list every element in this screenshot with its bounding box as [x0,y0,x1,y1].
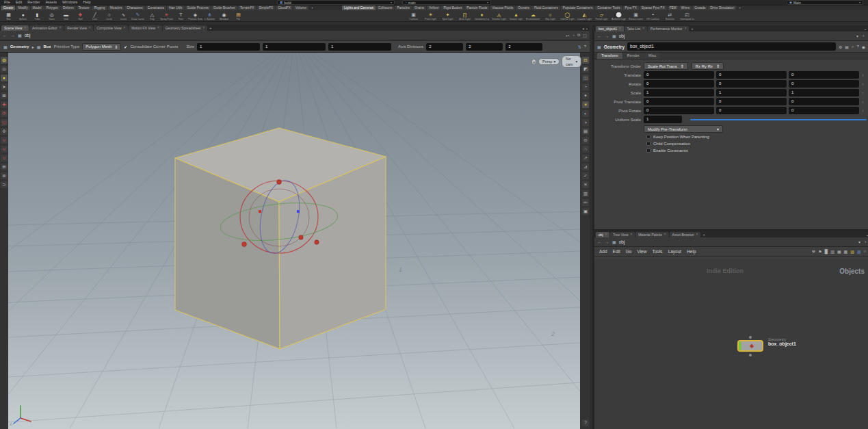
pivot-rotate-x-field[interactable]: 0 [644,107,714,114]
shadows-icon[interactable]: ▤ [582,128,589,135]
help-icon[interactable]: ? [856,44,858,49]
node-name-field[interactable]: box_object1 [627,42,836,51]
display-hulls-icon[interactable]: ✓ [582,172,589,179]
tool-caustic-light[interactable]: ◭Caustic Light [576,10,593,22]
reflections-icon[interactable]: ⊙ [582,137,589,144]
menu-windows[interactable]: Windows [60,0,79,5]
scale-z-field[interactable]: 1 [789,89,859,96]
headlight-icon[interactable]: ☀ [582,101,589,108]
tools-icon[interactable]: ⚒ [812,249,815,254]
shelf-tab-guide-brushes[interactable]: Guide Brushes [211,5,237,10]
color-palette-icon[interactable]: ▨ [850,249,854,254]
new-pane-tab-button[interactable]: + [689,26,695,31]
tool-line[interactable]: ╱Line [88,10,102,22]
scene-viewport[interactable]: 1 2 ⊜ Persp▾ No cam▾ ◭ ◍ ◎ ● ➤ ⊠ ✚ ⟳ ◱ ✣… [0,53,590,429]
display-normals-icon[interactable]: ↗ [582,155,589,161]
pane-tab-network-editor[interactable]: obj× [596,232,609,237]
shelf-tab-texture[interactable]: Texture [77,5,92,10]
shelf-tab-constraints[interactable]: Constraints [146,5,166,10]
close-icon[interactable]: × [89,25,91,31]
forward-icon[interactable]: → [10,33,15,38]
display-wireframe-icon[interactable]: ✕ [582,181,589,188]
ladder-icon[interactable]: ↕ [862,109,864,113]
back-icon[interactable]: ← [3,33,8,38]
xform-order-dropdown[interactable]: Scale Rot Trans⇕ [644,62,688,70]
modify-pretransform-dropdown[interactable]: Modify Pre-Transform▾ [644,125,723,133]
tool-geometry-light[interactable]: ♦Geometry Light [473,10,490,22]
node-input-connector[interactable] [749,336,752,339]
menu-help[interactable]: Help [81,0,92,5]
camera-lock-icon[interactable]: ◫ [582,75,589,81]
shelf-tab-add-button[interactable]: + [737,5,743,10]
tool-torus[interactable]: ◎Torus [44,10,59,22]
pin-icon[interactable]: ◉ [862,44,865,49]
menu-add[interactable]: Add [599,249,608,254]
grid-snap-icon[interactable]: ⊞ [1,164,8,170]
menu-tools[interactable]: Tools [651,249,663,254]
network-canvas[interactable]: Indie Edition Objects ◆ Geometry box_obj… [594,259,868,429]
divisions-x-field[interactable]: 2 [426,43,463,51]
tool-lsystem[interactable]: ⋔L-System [202,10,217,22]
context-label[interactable]: Geometry [10,44,29,49]
pose-tool-icon[interactable]: ✣ [1,128,8,135]
shelf-tab-add-button[interactable]: + [309,5,315,10]
pane-tab-animation-editor[interactable]: Animation Editor× [29,25,64,31]
uniform-scale-field[interactable]: 1 [644,116,682,123]
radial-menu-icon[interactable]: ◔ [572,34,575,38]
size-x-field[interactable]: 1 [197,43,260,51]
shelf-tab-container-tools[interactable]: Container Tools [595,5,622,10]
tool-file[interactable]: ▤File [231,10,246,22]
display-groups-icon[interactable]: ▥ [582,190,589,197]
primitive-snap-icon[interactable]: ∪ [1,155,8,161]
tool-stereo-camera[interactable]: ▣Stereo Camera [627,10,644,22]
tool-spray-paint[interactable]: ✳Spray Paint [159,10,174,22]
ladder-icon[interactable]: ↕ [862,73,864,77]
rotate-y-field[interactable]: 0 [716,80,787,88]
back-icon[interactable]: ← [597,239,602,244]
path-field[interactable]: obj [619,34,625,38]
tool-tube[interactable]: ▮Tube [30,10,44,22]
help-icon[interactable]: ? [582,419,589,426]
shelf-tab-volume[interactable]: Volume [293,5,308,10]
tool-curve[interactable]: ∿Curve [116,10,131,22]
tool-volume-light[interactable]: ◬Volume Light [490,10,508,22]
size-y-field[interactable]: 1 [263,43,326,51]
shelf-tab-hair-utils[interactable]: Hair Utils [167,5,184,10]
shelf-tab-oceans[interactable]: Oceans [516,5,531,10]
pin-icon[interactable]: ＋ [863,239,867,245]
menu-view[interactable]: View [636,249,647,254]
pane-tab-tree-view[interactable]: Tree View× [610,232,635,237]
shelf-tab-create[interactable]: Create [1,5,15,10]
close-icon[interactable]: × [157,25,159,31]
shelf-tab-particle-fluids[interactable]: Particle Fluids [464,5,489,10]
scale-x-field[interactable]: 1 [644,89,714,96]
shelf-tab-cloudfx[interactable]: CloudFX [276,5,293,10]
pivot-rotate-y-field[interactable]: 0 [716,107,787,114]
tool-distant-light[interactable]: ▲Distant Light [508,10,525,22]
shelf-tab-rigid-bodies[interactable]: Rigid Bodies [441,5,464,10]
shelf-tab-particles[interactable]: Particles [395,5,411,10]
menu-layout[interactable]: Layout [668,249,683,254]
tool-font[interactable]: TFont [174,10,188,22]
search-icon[interactable]: ⌕ [852,44,854,49]
view-tool-icon[interactable]: ⊡ [582,57,589,64]
uniform-scale-slider[interactable] [690,119,867,120]
point-snap-icon[interactable]: ∪ [1,146,8,153]
viewport-canvas[interactable]: 1 2 ⊜ Persp▾ No cam▾ ◭ [8,53,580,429]
view-pin-icon[interactable]: ◔ [582,83,589,90]
lock-icon[interactable]: ⊜ [531,59,536,65]
chevron-down-icon[interactable]: ▾ [856,34,858,38]
tab-transform[interactable]: Transform [597,53,622,59]
pane-maximize-icon[interactable]: ▪ [865,27,866,31]
pivot-translate-x-field[interactable]: 0 [644,98,714,105]
pivot-rotate-z-field[interactable]: 0 [789,107,859,114]
divisions-y-field[interactable]: 2 [466,43,503,51]
keep-position-checkbox[interactable] [646,135,650,139]
pane-tab-composite-view[interactable]: Composite View× [94,25,128,31]
close-icon[interactable]: × [24,25,26,31]
tool-draw-curve[interactable]: ✎Draw Curve [131,10,145,22]
tool-null[interactable]: ✚Null [73,10,88,22]
node-output-connector[interactable] [749,354,752,356]
state-icon[interactable]: ⇅ [578,44,581,49]
list-view-icon[interactable]: ▦ [837,249,841,254]
